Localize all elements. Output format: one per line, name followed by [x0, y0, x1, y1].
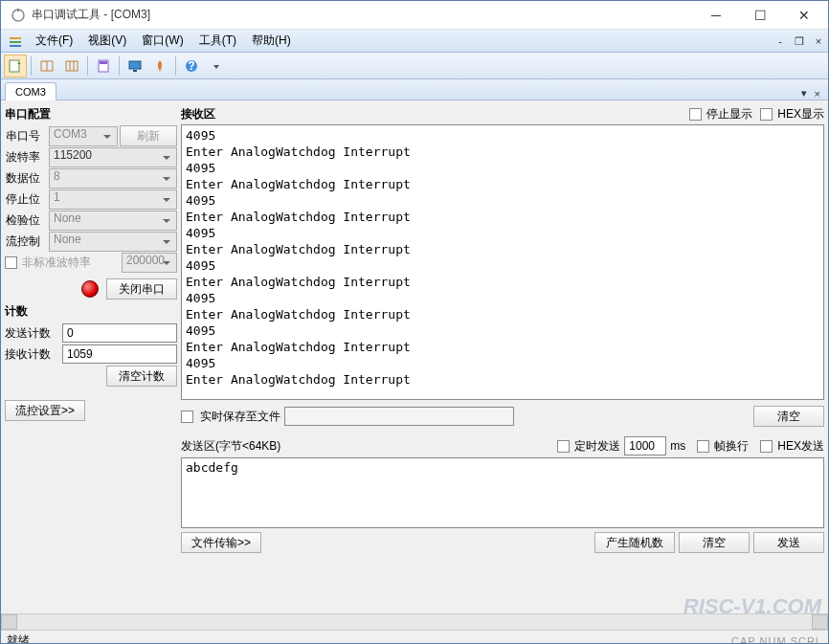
close-port-button[interactable]: 关闭串口 [106, 278, 177, 300]
flow-label: 流控制 [5, 233, 47, 250]
databits-select[interactable]: 8 [49, 168, 177, 189]
hex-send-checkbox[interactable] [760, 440, 773, 453]
nonstd-select[interactable]: 200000 [122, 253, 177, 273]
save-file-checkbox[interactable] [181, 411, 193, 423]
menu-tools[interactable]: 工具(T) [191, 30, 244, 52]
save-file-input[interactable] [284, 407, 514, 426]
port-select[interactable]: COM3 [49, 126, 118, 146]
send-textarea[interactable]: abcdefg [181, 457, 824, 528]
hex-display-label: HEX显示 [777, 106, 824, 122]
window-title: 串口调试工具 - [COM3] [32, 7, 694, 23]
timed-unit-label: ms [670, 439, 685, 453]
svg-rect-2 [10, 37, 21, 39]
hex-display-checkbox[interactable] [760, 108, 773, 121]
toolbar-help-icon[interactable]: ? [180, 55, 203, 78]
recv-title: 接收区 [181, 106, 682, 122]
databits-label: 数据位 [5, 170, 47, 187]
stop-display-label: 停止显示 [706, 106, 752, 122]
svg-rect-8 [66, 61, 78, 71]
svg-text:?: ? [188, 59, 194, 73]
svg-rect-12 [100, 61, 107, 64]
status-ready: 就绪 [7, 633, 731, 644]
wrap-label: 帧换行 [714, 438, 749, 455]
menu-file[interactable]: 文件(F) [28, 30, 80, 52]
send-title: 发送区(字节<64KB) [181, 438, 546, 455]
tab-com3[interactable]: COM3 [5, 82, 56, 100]
stop-display-checkbox[interactable] [689, 108, 702, 121]
wrap-checkbox[interactable] [697, 440, 709, 453]
svg-rect-4 [10, 45, 21, 47]
recv-textarea[interactable]: 4095 Enter AnalogWatchdog Interrupt 4095… [181, 124, 824, 400]
clear-count-button[interactable]: 清空计数 [106, 366, 177, 387]
config-title: 串口配置 [5, 104, 177, 124]
send-button[interactable]: 发送 [753, 532, 824, 553]
timed-value-input[interactable] [624, 436, 666, 455]
parity-label: 检验位 [5, 212, 47, 229]
toolbar-layout2-icon[interactable] [60, 55, 83, 78]
menu-help[interactable]: 帮助(H) [244, 30, 299, 52]
app-menu-icon[interactable] [7, 33, 24, 50]
toolbar-dropdown-icon[interactable] [205, 55, 228, 78]
refresh-button[interactable]: 刷新 [120, 125, 177, 146]
stopbits-select[interactable]: 1 [49, 189, 177, 210]
parity-select[interactable]: None [49, 211, 177, 231]
svg-rect-14 [133, 70, 137, 72]
status-led-icon [81, 280, 99, 298]
flow-select[interactable]: None [49, 232, 177, 252]
recv-count-label: 接收计数 [5, 346, 58, 363]
menu-window[interactable]: 窗口(W) [134, 30, 190, 52]
save-file-label: 实时保存至文件 [200, 409, 280, 425]
port-label: 串口号 [5, 128, 47, 144]
random-button[interactable]: 产生随机数 [594, 532, 675, 553]
toolbar-layout1-icon[interactable] [35, 55, 58, 78]
baud-label: 波特率 [5, 149, 47, 166]
tab-close-icon[interactable]: × [811, 88, 824, 100]
mdi-close[interactable]: × [810, 33, 827, 50]
toolbar-new-icon[interactable] [4, 55, 27, 78]
mdi-minimize[interactable]: - [772, 33, 789, 50]
send-count-value: 0 [62, 323, 177, 343]
minimize-button[interactable]: ─ [694, 1, 738, 29]
nonstd-label: 非标准波特率 [22, 255, 91, 271]
tab-dropdown-icon[interactable]: ▾ [797, 87, 811, 100]
recv-clear-button[interactable]: 清空 [753, 406, 824, 427]
toolbar-calc-icon[interactable] [92, 55, 115, 78]
mdi-restore[interactable]: ❐ [791, 33, 808, 50]
toolbar-monitor-icon[interactable] [123, 55, 146, 78]
nonstd-checkbox[interactable] [5, 256, 17, 269]
svg-rect-1 [17, 9, 19, 11]
timed-send-checkbox[interactable] [557, 440, 570, 453]
close-button[interactable]: ✕ [782, 1, 826, 29]
status-indicators: CAP NUM SCRL [731, 635, 822, 645]
count-title: 计数 [5, 301, 177, 322]
flow-settings-button[interactable]: 流控设置>> [5, 400, 85, 421]
timed-send-label: 定时发送 [574, 438, 620, 455]
horizontal-scrollbar[interactable] [1, 613, 828, 630]
stopbits-label: 停止位 [5, 191, 47, 208]
file-transfer-button[interactable]: 文件传输>> [181, 532, 261, 553]
baud-select[interactable]: 115200 [49, 147, 177, 167]
app-icon [11, 8, 26, 23]
svg-rect-3 [10, 41, 21, 43]
hex-send-label: HEX发送 [777, 438, 824, 455]
send-clear-button[interactable]: 清空 [679, 532, 750, 553]
menu-view[interactable]: 视图(V) [80, 30, 134, 52]
recv-count-value: 1059 [62, 344, 177, 364]
svg-rect-13 [129, 61, 141, 69]
toolbar-pin-icon[interactable] [148, 55, 171, 78]
maximize-button[interactable]: ☐ [738, 1, 782, 29]
svg-rect-5 [10, 60, 19, 72]
send-count-label: 发送计数 [5, 325, 58, 342]
